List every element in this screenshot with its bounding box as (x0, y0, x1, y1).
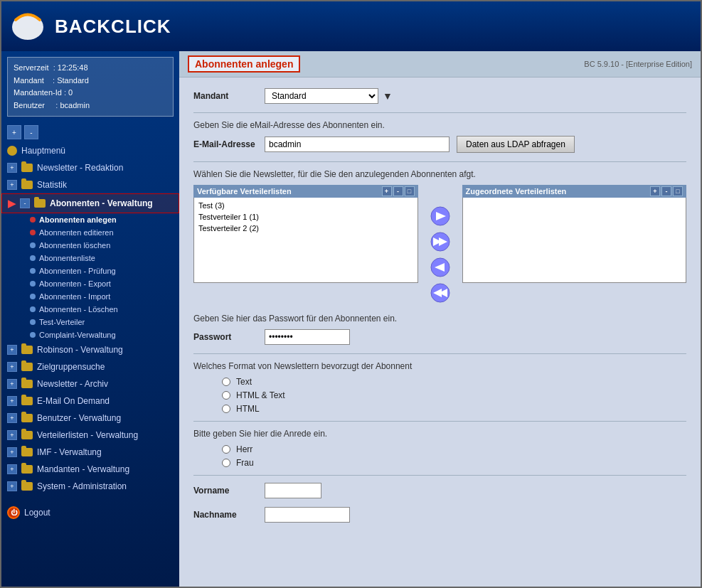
sidebar-item-benutzer[interactable]: + Benutzer - Verwaltung (1, 410, 179, 427)
password-input[interactable] (265, 329, 350, 345)
zugeordnete-list[interactable] (462, 198, 687, 283)
sidebar: Serverzeit : 12:25:48 Mandant : Standard… (1, 51, 179, 587)
expand-icon: + (7, 379, 17, 389)
sidebar-item-imf[interactable]: + IMF - Verwaltung (1, 444, 179, 461)
collapse-all-btn[interactable]: - (24, 125, 38, 139)
page-title: Abonnenten anlegen (188, 55, 300, 73)
expand-icon: + (7, 413, 17, 423)
version-info: BC 5.9.10 - [Enterprise Edition] (584, 60, 692, 68)
verfuegbare-box: Verfügbare Verteilerlisten + - □ Test (3… (193, 185, 418, 283)
format-html-item[interactable]: HTML (222, 404, 686, 414)
sidebar-sub-liste[interactable]: Abonnentenliste (27, 252, 179, 264)
sidebar-sub-export[interactable]: Abonnenten - Export (27, 277, 179, 290)
sidebar-item-zielgruppe[interactable]: + Zielgruppensuche (1, 358, 179, 375)
expand-icon: + (7, 163, 17, 173)
format-text-item[interactable]: Text (222, 377, 686, 387)
content-area: Abonnenten anlegen BC 5.9.10 - [Enterpri… (179, 51, 701, 587)
expand-icon: + (7, 180, 17, 190)
sidebar-item-newsletter-redaktion[interactable]: + Newsletter - Redaktion (1, 159, 179, 176)
bullet-icon (30, 281, 36, 287)
verfuegbare-list[interactable]: Test (3) Testverteiler 1 (1) Testverteil… (193, 198, 418, 283)
vt-add-icon[interactable]: + (650, 186, 660, 196)
zugeordnete-header: Zugeordnete Verteilerlisten + - □ (462, 185, 687, 198)
bullet-icon (30, 242, 36, 248)
dropdown-icon: ▼ (383, 90, 393, 102)
format-radio-group: Text HTML & Text HTML (222, 377, 686, 414)
radio-html-text[interactable] (222, 391, 230, 400)
sidebar-item-robinson[interactable]: + Robinson - Verwaltung (1, 341, 179, 358)
sidebar-sub-complaint[interactable]: Complaint-Verwaltung (27, 328, 179, 341)
sidebar-item-label: Hauptmenü (21, 146, 65, 156)
email-input[interactable] (265, 137, 450, 152)
anrede-radio-group: Herr Frau (222, 444, 686, 468)
radio-herr[interactable] (222, 445, 230, 454)
content-topbar: Abonnenten anlegen BC 5.9.10 - [Enterpri… (179, 51, 701, 77)
sidebar-sub-testverteiler[interactable]: Test-Verteiler (27, 316, 179, 328)
sidebar-item-label: Abonnenten - Verwaltung (50, 198, 153, 208)
format-desc: Welches Format von Newslettern bevorzugt… (193, 361, 686, 371)
password-label: Passwort (193, 332, 257, 342)
folder-icon (21, 181, 33, 189)
divider3 (193, 353, 686, 354)
vorname-input[interactable] (265, 483, 321, 498)
logout-icon: ⏻ (7, 506, 20, 519)
nachname-input[interactable] (265, 507, 350, 523)
list-item[interactable]: Testverteiler 1 (1) (196, 211, 415, 223)
folder-icon (34, 199, 46, 208)
sidebar-item-email-on-demand[interactable]: + E-Mail On Demand (1, 392, 179, 410)
sidebar-item-abonnenten-verwaltung[interactable]: ▶ - Abonnenten - Verwaltung (1, 193, 179, 213)
password-desc: Geben Sie hier das Passwort für den Abon… (193, 314, 686, 324)
sidebar-sub-anlegen[interactable]: Abonnenten anlegen (27, 213, 179, 226)
sidebar-sub-editieren[interactable]: Abonnenten editieren (27, 226, 179, 239)
vt-remove-icon[interactable]: - (393, 186, 403, 196)
sidebar-sub-pruefung[interactable]: Abonnenten - Prüfung (27, 264, 179, 277)
move-right-all-btn[interactable] (429, 232, 452, 252)
zugeordnete-icons: + - □ (650, 186, 683, 196)
logout-item[interactable]: ⏻ Logout (1, 502, 179, 523)
move-left-all-btn[interactable] (429, 283, 452, 303)
radio-text[interactable] (222, 378, 230, 386)
anrede-herr-item[interactable]: Herr (222, 444, 686, 454)
sidebar-sub-import[interactable]: Abonnenten - Import (27, 290, 179, 303)
sidebar-item-label: System - Administration (37, 481, 127, 491)
folder-icon (21, 414, 33, 422)
anrede-frau-item[interactable]: Frau (222, 458, 686, 468)
email-label: E-Mail-Adresse (193, 139, 257, 149)
radio-html[interactable] (222, 405, 230, 413)
ldap-button[interactable]: Daten aus LDAP abfragen (457, 136, 575, 153)
mandant-select[interactable]: Standard (265, 88, 378, 104)
sidebar-item-mandanten[interactable]: + Mandanten - Verwaltung (1, 461, 179, 478)
zugeordnete-label: Zugeordnete Verteilerlisten (466, 187, 567, 196)
move-right-btn[interactable] (429, 206, 452, 226)
format-html-text-item[interactable]: HTML & Text (222, 390, 686, 400)
anrede-herr-label: Herr (236, 444, 252, 454)
arrow-col (425, 185, 455, 303)
sidebar-item-label: E-Mail On Demand (37, 396, 110, 406)
sidebar-item-statistik[interactable]: + Statistik (1, 176, 179, 193)
vt-add-icon[interactable]: + (382, 186, 392, 196)
expand-icon: + (7, 345, 17, 355)
move-left-btn[interactable] (429, 257, 452, 277)
sidebar-item-newsletter-archiv[interactable]: + Newsletter - Archiv (1, 375, 179, 392)
vt-window-icon[interactable]: □ (405, 186, 415, 196)
sidebar-item-hauptmenu[interactable]: Hauptmenü (1, 142, 179, 159)
list-item[interactable]: Testverteiler 2 (2) (196, 223, 415, 234)
vt-window-icon[interactable]: □ (673, 186, 683, 196)
bullet-icon (30, 306, 36, 312)
folder-icon (21, 164, 33, 172)
radio-frau[interactable] (222, 459, 230, 467)
sidebar-sub-loeschen[interactable]: Abonnenten löschen (27, 239, 179, 252)
expand-all-btn[interactable]: + (7, 125, 21, 139)
folder-icon (21, 397, 33, 405)
sidebar-item-label: Newsletter - Redaktion (37, 163, 123, 173)
expand-icon: + (7, 481, 17, 491)
folder-icon (21, 465, 33, 474)
verteiler-section: Verfügbare Verteilerlisten + - □ Test (3… (193, 185, 686, 303)
sidebar-item-verteilerlisten[interactable]: + Verteilerlisten - Verwaltung (1, 427, 179, 444)
verfuegbare-icons: + - □ (382, 186, 415, 196)
sidebar-item-system-admin[interactable]: + System - Administration (1, 478, 179, 495)
vt-remove-icon[interactable]: - (661, 186, 671, 196)
list-item[interactable]: Test (3) (196, 200, 415, 211)
sidebar-item-label: Zielgruppensuche (37, 362, 105, 372)
sidebar-sub-loeschen2[interactable]: Abonnenten - Löschen (27, 303, 179, 316)
